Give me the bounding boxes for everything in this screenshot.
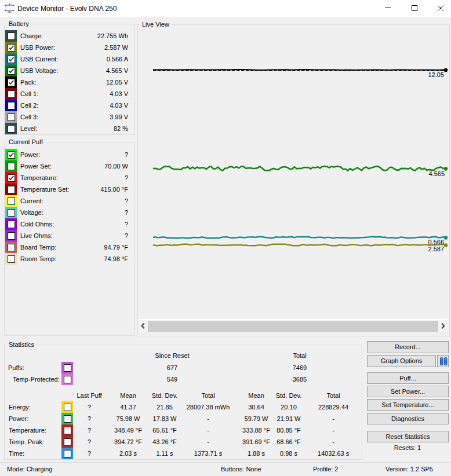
svg-text:4.565: 4.565 (428, 170, 445, 177)
svg-text:0.566: 0.566 (428, 239, 444, 246)
svg-text:12.05: 12.05 (428, 71, 444, 78)
svg-text:2.587: 2.587 (428, 246, 444, 252)
